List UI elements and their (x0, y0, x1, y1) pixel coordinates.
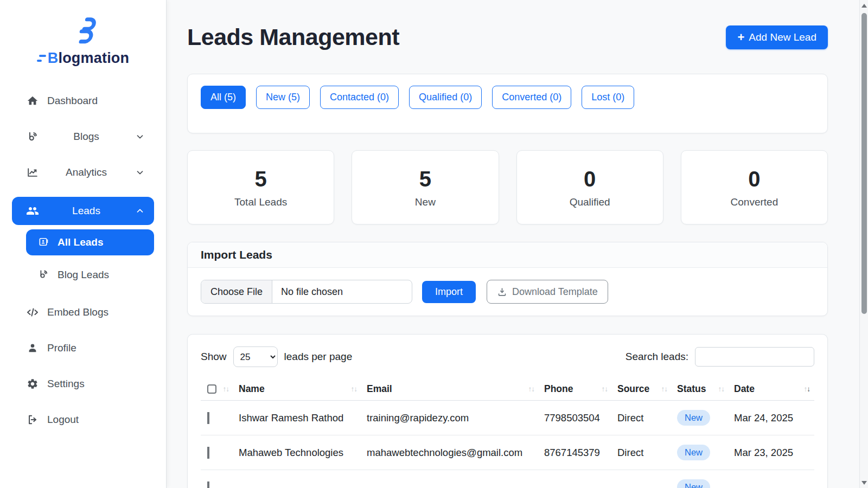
sidebar-item-leads[interactable]: Leads (12, 197, 154, 225)
contact-card-icon (38, 236, 50, 248)
sort-icon-active[interactable]: ↑↓ (804, 385, 810, 393)
table-row[interactable]: New (201, 470, 814, 488)
stat-total-leads: 5 Total Leads (187, 150, 334, 224)
status-filter-bar: All (5) New (5) Contacted (0) Qualified … (187, 74, 828, 133)
status-badge: New (677, 445, 710, 460)
leads-table-card: Show 25 leads per page Search leads: ↑↓ … (187, 334, 828, 488)
download-icon (497, 287, 507, 297)
row-checkbox[interactable] (207, 447, 209, 459)
logout-icon (26, 413, 39, 426)
column-header-email[interactable]: Email ↑↓ (361, 383, 539, 395)
brand-initial: B (48, 50, 59, 67)
sidebar-item-all-leads[interactable]: All Leads (26, 229, 154, 255)
column-header-status[interactable]: Status ↑↓ (672, 383, 729, 395)
blog-icon (38, 269, 50, 281)
filter-lost[interactable]: Lost (0) (582, 86, 634, 109)
lead-name: Ishwar Ramesh Rathod (233, 412, 361, 424)
column-header-phone[interactable]: Phone ↑↓ (539, 383, 612, 395)
table-row[interactable]: Ishwar Ramesh Rathod training@rapidezy.c… (201, 401, 814, 435)
page-header: Leads Management + Add New Lead (187, 24, 828, 50)
table-header-row: ↑↓ Name ↑↓ Email ↑↓ Phone ↑↓ Source ↑↓ S… (201, 378, 814, 401)
sort-icon[interactable]: ↑↓ (602, 385, 608, 393)
sidebar-nav: Dashboard Blogs Analytics (0, 89, 166, 431)
lead-email: mahawebtechnologies@gmail.com (361, 447, 539, 459)
scroll-up-icon[interactable] (861, 4, 867, 8)
main-content: Leads Management + Add New Lead All (5) … (167, 0, 868, 488)
vertical-scrollbar[interactable] (859, 0, 868, 488)
filter-qualified[interactable]: Qualified (0) (409, 86, 482, 109)
choose-file-button[interactable]: Choose File (201, 280, 272, 303)
download-template-button[interactable]: Download Template (487, 280, 608, 304)
stat-converted: 0 Converted (681, 150, 828, 224)
sidebar-item-blog-leads[interactable]: Blog Leads (26, 262, 154, 288)
blogmation-logo-icon (68, 16, 98, 48)
blog-icon (26, 130, 39, 143)
filter-all[interactable]: All (5) (201, 86, 246, 109)
search-label: Search leads: (626, 351, 688, 363)
gear-icon (26, 377, 39, 390)
lead-date: Mar 23, 2025 (729, 447, 814, 459)
chevron-up-icon (133, 204, 146, 217)
sidebar-item-blogs[interactable]: Blogs (12, 125, 154, 148)
sort-icon[interactable]: ↑↓ (223, 385, 229, 393)
add-new-lead-button[interactable]: + Add New Lead (726, 25, 828, 49)
chevron-down-icon (133, 166, 146, 179)
sort-icon[interactable]: ↑↓ (718, 385, 725, 393)
import-leads-body: Choose File No file chosen Import Downlo… (188, 268, 827, 316)
lead-source: Direct (612, 412, 672, 424)
row-checkbox[interactable] (207, 481, 209, 488)
logo-dashes-icon (37, 55, 46, 62)
select-all-checkbox[interactable] (207, 384, 216, 394)
show-label: Show (201, 351, 227, 363)
sidebar-item-analytics[interactable]: Analytics (12, 161, 154, 184)
home-icon (26, 94, 39, 107)
lead-date: Mar 24, 2025 (729, 412, 814, 424)
filter-contacted[interactable]: Contacted (0) (320, 86, 399, 109)
table-row[interactable]: Mahaweb Technologies mahawebtechnologies… (201, 435, 814, 470)
table-controls: Show 25 leads per page Search leads: (201, 346, 814, 367)
search-leads-input[interactable] (695, 347, 814, 367)
brand-rest: logmation (58, 50, 129, 67)
page-title: Leads Management (187, 24, 399, 50)
filter-new[interactable]: New (5) (256, 86, 310, 109)
stat-qualified: 0 Qualified (516, 150, 663, 224)
sidebar: Blogmation Dashboard Blogs (0, 0, 167, 488)
lead-email: training@rapidezy.com (361, 412, 539, 424)
import-button[interactable]: Import (422, 281, 476, 303)
scrollbar-thumb[interactable] (861, 13, 867, 314)
stat-new: 5 New (352, 150, 499, 224)
row-checkbox[interactable] (207, 412, 209, 424)
lead-phone: 7798503504 (539, 412, 612, 424)
sort-icon[interactable]: ↑↓ (661, 385, 668, 393)
lead-name: Mahaweb Technologies (233, 447, 361, 459)
import-leads-title: Import Leads (188, 242, 827, 268)
lead-phone: 8767145379 (539, 447, 612, 459)
code-icon (26, 306, 39, 319)
select-all-header: ↑↓ (201, 384, 233, 394)
lead-source: Direct (612, 447, 672, 459)
column-header-source[interactable]: Source ↑↓ (612, 383, 672, 395)
sort-icon[interactable]: ↑↓ (351, 385, 358, 393)
file-input[interactable]: Choose File No file chosen (201, 280, 412, 304)
users-icon (26, 204, 39, 217)
sidebar-item-embed-blogs[interactable]: Embed Blogs (12, 301, 154, 324)
scroll-down-icon[interactable] (861, 481, 867, 485)
sidebar-item-profile[interactable]: Profile (12, 337, 154, 359)
import-leads-card: Import Leads Choose File No file chosen … (187, 242, 828, 316)
sidebar-item-logout[interactable]: Logout (12, 408, 154, 431)
sidebar-item-settings[interactable]: Settings (12, 373, 154, 395)
brand-logo[interactable]: Blogmation (0, 16, 166, 67)
stats-row: 5 Total Leads 5 New 0 Qualified 0 Conver… (187, 150, 828, 224)
sort-icon[interactable]: ↑↓ (528, 385, 535, 393)
column-header-date[interactable]: Date ↑↓ (729, 383, 814, 395)
person-icon (26, 342, 39, 355)
filter-converted[interactable]: Converted (0) (492, 86, 571, 109)
status-badge: New (677, 410, 710, 426)
chevron-down-icon (133, 130, 146, 143)
analytics-icon (26, 166, 39, 179)
leads-submenu: All Leads Blog Leads (26, 229, 154, 288)
column-header-name[interactable]: Name ↑↓ (233, 383, 361, 395)
page-size-select[interactable]: 25 (233, 346, 278, 367)
plus-icon: + (737, 31, 744, 43)
sidebar-item-dashboard[interactable]: Dashboard (12, 89, 154, 112)
